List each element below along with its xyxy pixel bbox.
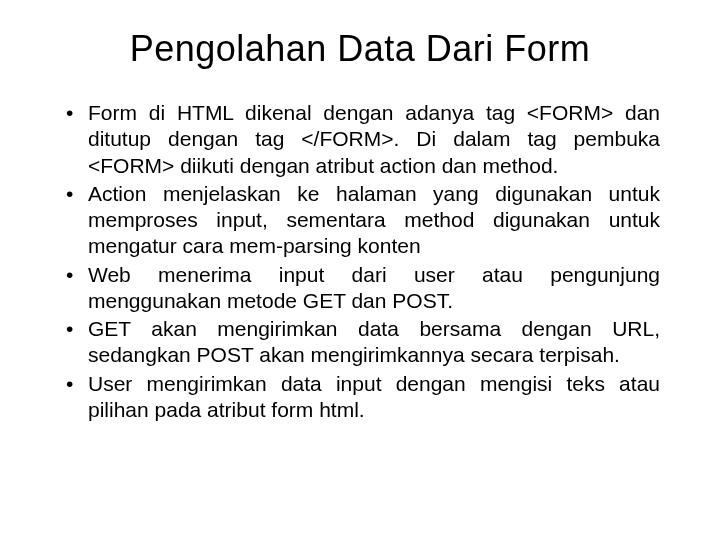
list-item: Form di HTML dikenal dengan adanya tag <… [60, 100, 660, 179]
slide-title: Pengolahan Data Dari Form [60, 28, 660, 70]
list-item: Action menjelaskan ke halaman yang digun… [60, 181, 660, 260]
list-item: GET akan mengirimkan data bersama dengan… [60, 316, 660, 369]
list-item: Web menerima input dari user atau pengun… [60, 262, 660, 315]
bullet-list: Form di HTML dikenal dengan adanya tag <… [60, 100, 660, 423]
list-item: User mengirimkan data input dengan mengi… [60, 371, 660, 424]
